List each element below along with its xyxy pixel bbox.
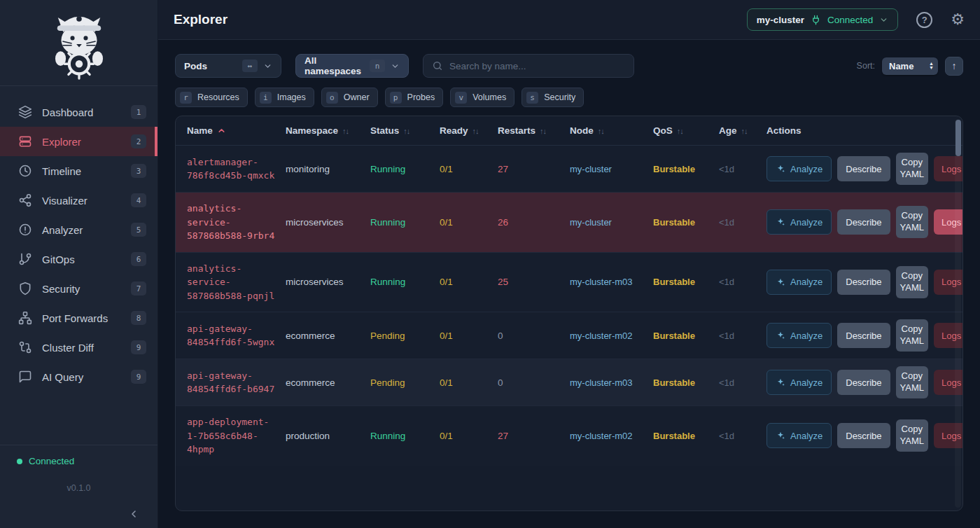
column-label: Actions xyxy=(766,125,802,136)
shortcut-badge: 3 xyxy=(131,164,146,178)
filter-chip-owner[interactable]: oOwner xyxy=(321,88,378,107)
analyze-button[interactable]: Analyze xyxy=(766,209,832,235)
sidebar-item-explorer[interactable]: Explorer2 xyxy=(0,127,158,156)
cell-status: Running xyxy=(370,422,440,450)
cell-actions: AnalyzeDescribeCopy YAMLLogs xyxy=(766,146,962,192)
shield-icon xyxy=(18,282,32,296)
chip-label: Volumes xyxy=(472,92,506,102)
help-button[interactable]: ? xyxy=(916,12,932,28)
connection-status: Connected xyxy=(17,456,141,466)
sort-both-icon: ↑↓ xyxy=(677,127,683,135)
sidebar-item-gitops[interactable]: GitOps6 xyxy=(0,244,158,274)
copy-yaml-button[interactable]: Copy YAML xyxy=(896,419,928,452)
sort-asc-icon xyxy=(217,126,226,135)
sort-both-icon: ↑↓ xyxy=(540,127,546,135)
cell-namespace: microservices xyxy=(286,268,370,296)
copy-yaml-button[interactable]: Copy YAML xyxy=(896,319,928,352)
column-label: Age xyxy=(719,125,737,136)
column-header-age[interactable]: Age↑↓ xyxy=(719,125,766,136)
describe-button[interactable]: Describe xyxy=(837,209,890,235)
copy-yaml-button[interactable]: Copy YAML xyxy=(896,206,928,238)
table-row[interactable]: analytics-service-587868b588-9rbr4micros… xyxy=(176,192,962,252)
table-row[interactable]: analytics-service-587868b588-pqnjlmicros… xyxy=(176,252,962,312)
table-row[interactable]: api-gateway-84854ffd6f-b6947ecommercePen… xyxy=(176,359,962,405)
sort-both-icon: ↑↓ xyxy=(403,127,410,135)
describe-button[interactable]: Describe xyxy=(837,423,890,448)
column-header-restarts[interactable]: Restarts↑↓ xyxy=(498,125,570,136)
table-row[interactable]: app-deployment-1-7b658c6b48-4hpmpproduct… xyxy=(176,405,962,466)
scrollbar-track[interactable] xyxy=(955,119,961,508)
copy-yaml-button[interactable]: Copy YAML xyxy=(896,366,928,398)
sidebar-item-cluster-diff[interactable]: Cluster Diff9 xyxy=(0,333,158,362)
search-input[interactable] xyxy=(449,61,625,71)
table-row[interactable]: api-gateway-84854ffd6f-5wgnxecommercePen… xyxy=(176,312,962,359)
column-header-qos[interactable]: QoS↑↓ xyxy=(653,125,719,136)
sidebar-item-ai-query[interactable]: AI Query9 xyxy=(0,362,158,391)
sort-both-icon: ↑↓ xyxy=(598,127,604,135)
namespace-select[interactable]: All namespaces n xyxy=(295,54,409,78)
sort-direction-button[interactable]: ↑ xyxy=(945,57,963,76)
analyze-button[interactable]: Analyze xyxy=(766,156,832,181)
column-header-status[interactable]: Status↑↓ xyxy=(370,125,440,136)
describe-button[interactable]: Describe xyxy=(837,323,890,348)
sidebar-item-label: Analyzer xyxy=(42,224,83,236)
sidebar-item-timeline[interactable]: Timeline3 xyxy=(0,156,158,186)
sidebar-item-security[interactable]: Security7 xyxy=(0,274,158,303)
scrollbar-thumb[interactable] xyxy=(955,120,961,156)
analyze-button[interactable]: Analyze xyxy=(766,323,832,348)
table-row[interactable]: alertmanager-786f8cd45b-qmxckmonitoringR… xyxy=(176,146,962,192)
settings-button[interactable]: ⚙ xyxy=(951,12,965,27)
column-header-namespace[interactable]: Namespace↑↓ xyxy=(286,125,370,136)
describe-button[interactable]: Describe xyxy=(837,156,890,181)
cell-qos: Burstable xyxy=(653,155,719,183)
sparkles-icon xyxy=(776,377,785,387)
column-header-name[interactable]: Name xyxy=(176,125,286,136)
sparkles-icon xyxy=(776,277,785,287)
sidebar-item-dashboard[interactable]: Dashboard1 xyxy=(0,97,158,127)
sort-label: Sort: xyxy=(857,61,875,71)
table-body: alertmanager-786f8cd45b-qmxckmonitoringR… xyxy=(176,146,962,466)
search-field xyxy=(423,54,634,78)
sidebar-collapse-button[interactable] xyxy=(128,508,139,520)
filter-chip-images[interactable]: iImages xyxy=(255,88,314,107)
content: Pods ↔ All namespaces n xyxy=(158,40,980,528)
filter-chip-volumes[interactable]: vVolumes xyxy=(450,88,514,107)
describe-button[interactable]: Describe xyxy=(837,370,890,395)
cell-restarts: 0 xyxy=(498,368,570,397)
analyze-button[interactable]: Analyze xyxy=(766,370,832,395)
cell-age: <1d xyxy=(719,268,766,296)
column-header-ready[interactable]: Ready↑↓ xyxy=(440,125,498,136)
copy-yaml-button[interactable]: Copy YAML xyxy=(896,153,928,185)
cluster-selector[interactable]: my-cluster Connected xyxy=(747,8,899,31)
sparkles-icon xyxy=(776,217,785,227)
cell-ready: 0/1 xyxy=(440,155,498,183)
cell-node: my-cluster xyxy=(570,155,653,183)
analyze-button[interactable]: Analyze xyxy=(766,270,832,295)
cell-age: <1d xyxy=(719,422,766,450)
sidebar-item-label: Cluster Diff xyxy=(42,342,94,354)
git-branch-icon xyxy=(18,252,32,266)
chat-icon xyxy=(18,370,32,384)
filter-chip-security[interactable]: sSecurity xyxy=(522,88,584,107)
cell-ready: 0/1 xyxy=(440,321,498,350)
git-compare-icon xyxy=(18,340,32,354)
network-icon xyxy=(18,311,32,325)
sidebar-item-label: Port Forwards xyxy=(42,312,108,324)
cell-qos: Burstable xyxy=(653,268,719,296)
copy-yaml-button[interactable]: Copy YAML xyxy=(896,266,928,298)
sidebar-item-visualizer[interactable]: Visualizer4 xyxy=(0,186,158,215)
describe-button[interactable]: Describe xyxy=(837,270,890,295)
filter-chips: rResourcesiImagesoOwnerpProbesvVolumessS… xyxy=(175,88,963,107)
column-header-node[interactable]: Node↑↓ xyxy=(570,125,653,136)
analyze-button[interactable]: Analyze xyxy=(766,423,832,448)
filter-chip-resources[interactable]: rResources xyxy=(175,88,248,107)
app-window: Dashboard1Explorer2Timeline3Visualizer4A… xyxy=(0,0,980,528)
filter-chip-probes[interactable]: pProbes xyxy=(385,88,444,107)
cluster-status: Connected xyxy=(827,15,873,25)
sidebar-item-port-forwards[interactable]: Port Forwards8 xyxy=(0,303,158,333)
chip-key-hint: o xyxy=(326,92,338,104)
resource-type-select[interactable]: Pods ↔ xyxy=(175,54,281,78)
cell-node: my-cluster-m02 xyxy=(570,321,653,350)
sidebar-item-analyzer[interactable]: Analyzer5 xyxy=(0,215,158,244)
sort-field-select[interactable]: Name ▲▼ xyxy=(882,57,938,75)
